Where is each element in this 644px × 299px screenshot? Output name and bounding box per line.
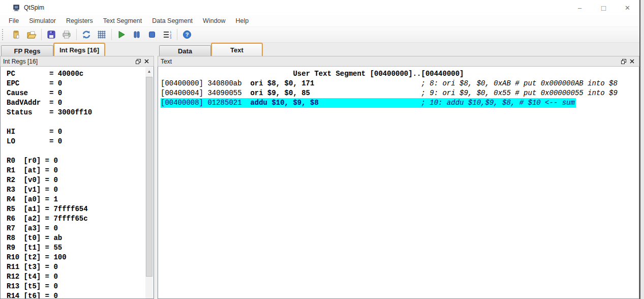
print-icon (62, 29, 72, 40)
register-row: R10 [t2] = 100 (7, 253, 154, 262)
register-row: LO = 0 (7, 137, 154, 146)
register-row: R12 [t4] = 0 (7, 272, 154, 282)
register-row: Status = 3000ff10 (7, 108, 154, 117)
int-regs-dock-title: Int Regs [16] (3, 58, 38, 65)
register-row: R1 [at] = 0 (7, 166, 154, 175)
tab-fp-regs[interactable]: FP Regs (1, 45, 53, 56)
register-row: HI = 0 (7, 127, 154, 137)
toolbar-separator (41, 29, 42, 40)
svg-text:3: 3 (170, 36, 172, 39)
register-row: R2 [v0] = 0 (7, 175, 154, 185)
main-area: Int Regs [16] PC = 40000c (0, 56, 639, 299)
float-icon[interactable] (134, 57, 142, 66)
run-button[interactable] (114, 28, 129, 41)
instruction-text: ori $9, $0, 85 (250, 88, 421, 98)
text-dock-title: Text (161, 58, 172, 65)
instruction-comment: ; 9: ori $9, $0, 0x55 # put 0x00000055 i… (421, 89, 617, 97)
register-row: R4 [a0] = 1 (7, 195, 154, 204)
register-row: PC = 40000c (7, 69, 154, 79)
instruction-address: [00400000] (161, 79, 207, 88)
registers-grid-icon (97, 29, 107, 40)
reload-icon (81, 29, 91, 40)
menu-window[interactable]: Window (198, 15, 230, 26)
register-row (7, 146, 154, 156)
register-row: R9 [t1] = 55 (7, 243, 154, 253)
current-instruction-line: [00400008]01285021addu $10, $9, $8; 10: … (161, 98, 576, 108)
help-button[interactable]: ? (179, 28, 195, 41)
help-icon: ? (182, 29, 192, 40)
pause-icon (132, 30, 141, 39)
menu-file[interactable]: File (4, 15, 24, 26)
close-icon[interactable] (628, 57, 636, 66)
save-button[interactable] (44, 28, 59, 41)
instruction-text: addu $10, $9, $8 (250, 98, 421, 108)
register-row: R14 [t6] = 0 (7, 291, 154, 299)
new-file-button[interactable] (9, 28, 24, 41)
maximize-button[interactable]: □ (592, 0, 616, 15)
register-row: R0 [r0] = 0 (7, 156, 154, 166)
menu-bar: File Simulator Registers Text Segment Da… (0, 15, 639, 26)
instruction-encoding: 34090055 (207, 88, 250, 98)
toolbar-grip[interactable] (2, 29, 6, 40)
scroll-up-icon[interactable]: ▲ (145, 67, 153, 75)
register-row: R5 [a1] = 7ffff654 (7, 204, 154, 214)
toolbar: 1 2 3 ? (0, 26, 639, 43)
scrollbar-thumb[interactable] (146, 77, 152, 277)
dock-splitter[interactable] (154, 56, 158, 299)
stop-button[interactable] (144, 28, 160, 41)
run-icon (117, 30, 126, 39)
menu-registers[interactable]: Registers (61, 15, 98, 26)
menu-help[interactable]: Help (231, 15, 254, 26)
title-bar: QtSpim – □ ✕ (0, 0, 639, 15)
tab-text[interactable]: Text (211, 43, 263, 56)
instruction-line: [00400004]34090055ori $9, $0, 85; 9: ori… (161, 88, 639, 98)
register-row: R7 [a3] = 0 (7, 224, 154, 233)
registers-grid-button[interactable] (94, 28, 109, 41)
register-row: EPC = 0 (7, 79, 154, 88)
int-regs-dock-titlebar: Int Regs [16] (0, 56, 154, 67)
register-row: R8 [t0] = ab (7, 233, 154, 243)
menu-simulator[interactable]: Simulator (24, 15, 61, 26)
register-row: R3 [v1] = 0 (7, 185, 154, 195)
instruction-comment: ; 10: addu $10,$9, $8, # $10 <-- sum (421, 99, 574, 107)
menu-text-segment[interactable]: Text Segment (98, 15, 147, 26)
instruction-text: ori $8, $0, 171 (250, 79, 421, 88)
vertical-scrollbar[interactable]: ▲ (145, 67, 153, 298)
save-icon (46, 29, 56, 40)
new-file-icon (11, 29, 21, 40)
toolbar-separator (76, 29, 77, 40)
tab-row: FP Regs Int Regs [16] Data Text (0, 43, 639, 56)
toolbar-separator (111, 29, 112, 40)
close-button[interactable]: ✕ (616, 0, 639, 15)
instruction-line: [00400000]340800abori $8, $0, 171; 8: or… (161, 79, 639, 88)
register-row: Cause = 0 (7, 88, 154, 98)
instruction-encoding: 01285021 (207, 98, 250, 108)
open-file-button[interactable] (24, 28, 39, 41)
svg-text:?: ? (186, 32, 189, 38)
menu-data-segment[interactable]: Data Segment (147, 15, 198, 26)
tab-int-regs[interactable]: Int Regs [16] (53, 43, 105, 56)
instruction-address: [00400008] (161, 98, 207, 108)
text-segment-listing: User Text Segment [00400000]..[00440000]… (158, 67, 639, 108)
minimize-button[interactable]: – (568, 0, 592, 15)
text-dock: Text User Text Segment [00400000]..[004 (158, 56, 639, 299)
register-row (7, 117, 154, 127)
int-regs-panel: PC = 40000c EPC = 0 Cause = 0 BadVAddr =… (0, 67, 154, 299)
text-dock-titlebar: Text (158, 56, 639, 67)
register-row: BadVAddr = 0 (7, 98, 154, 108)
register-list: PC = 40000c EPC = 0 Cause = 0 BadVAddr =… (1, 67, 154, 299)
instruction-encoding: 340800ab (207, 79, 250, 88)
reload-button[interactable] (79, 28, 94, 41)
close-icon[interactable] (142, 57, 151, 66)
single-step-button[interactable]: 1 2 3 (160, 28, 175, 41)
register-row: R11 [t3] = 0 (7, 262, 154, 272)
qtspim-window: QtSpim – □ ✕ File Simulator Registers Te… (0, 0, 640, 299)
tab-data[interactable]: Data (159, 45, 211, 56)
pause-button[interactable] (129, 28, 144, 41)
toolbar-separator (177, 29, 177, 40)
text-segment-header: User Text Segment [00400000]..[00440000] (161, 69, 639, 79)
float-icon[interactable] (619, 57, 628, 66)
print-button[interactable] (59, 28, 74, 41)
stop-icon (147, 30, 157, 39)
window-title: QtSpim (24, 4, 44, 11)
